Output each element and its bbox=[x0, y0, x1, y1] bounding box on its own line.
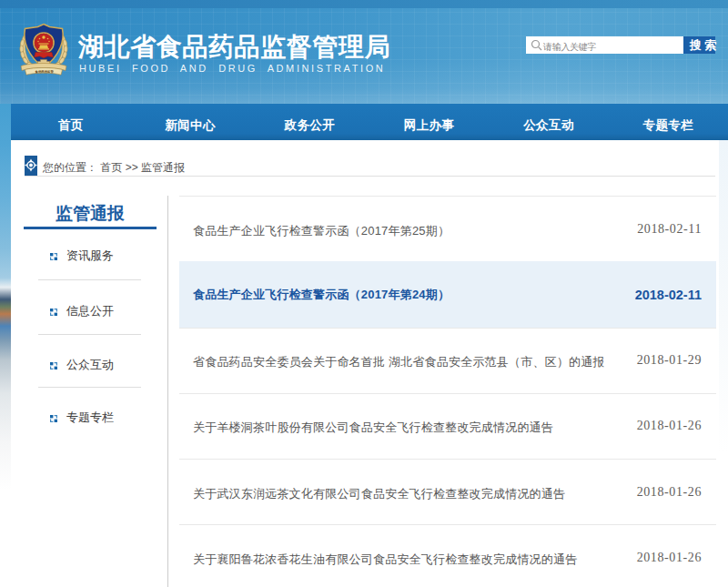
svg-text:食品药品监管: 食品药品监管 bbox=[35, 69, 55, 74]
